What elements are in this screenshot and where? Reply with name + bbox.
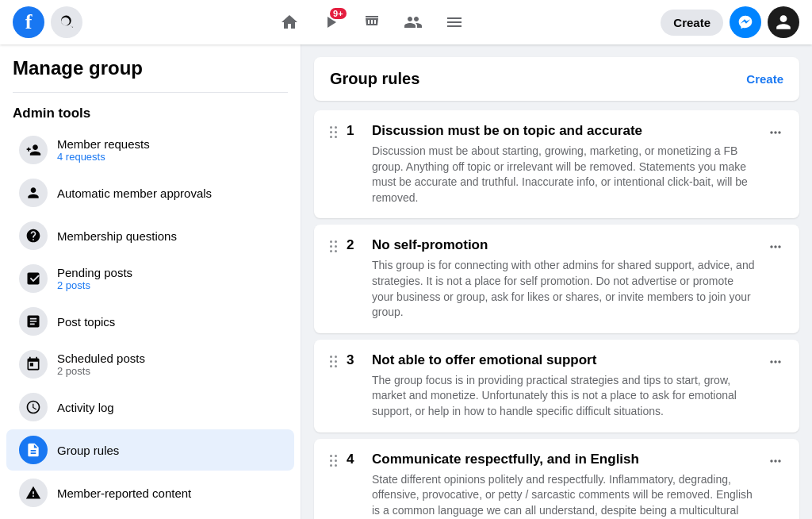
nav-center: 9+ [82,3,661,41]
post-topics-icon-container [19,307,48,336]
drag-handle-4[interactable] [330,452,337,467]
rule-more-button-1[interactable] [768,123,783,144]
home-icon [280,13,299,32]
scheduled-posts-icon-container [19,350,48,379]
group-rules-icon-container [19,436,48,464]
activity-log-label: Activity log [57,401,114,414]
sidebar: Manage group Admin tools Member requests… [0,44,301,519]
pending-icon [25,271,41,286]
sidebar-item-membership-questions[interactable]: Membership questions [6,215,294,256]
post-topics-text: Post topics [57,315,115,329]
sidebar-item-group-rules[interactable]: Group rules [6,429,294,471]
more-dots-icon-4 [768,453,783,469]
rule-item-3: 3 Not able to offer emotional support Th… [314,340,799,432]
scheduled-posts-label: Scheduled posts [57,352,145,365]
rule-desc-2: This group is for connecting with other … [372,258,758,320]
rule-number-4: 4 [347,452,362,467]
rule-more-button-4[interactable] [768,452,783,472]
more-dots-icon-1 [768,125,783,140]
sidebar-item-member-requests[interactable]: Member requests 4 requests [6,129,294,171]
sidebar-item-member-reported[interactable]: Member-reported content [6,472,294,513]
groups-icon [404,13,423,32]
rule-title-1: Discussion must be on topic and accurate [372,123,758,139]
more-dots-icon-3 [768,354,783,370]
sidebar-item-scheduled-posts[interactable]: Scheduled posts 2 posts [6,344,294,385]
user-avatar[interactable] [768,6,799,38]
sidebar-item-automatic-approvals[interactable]: Automatic member approvals [6,172,294,213]
store-icon [362,13,381,32]
menu-nav-button[interactable] [435,3,473,41]
top-navigation: f 9+ Create [0,0,812,44]
rule-item-4: 4 Communicate respectfully, and in Engli… [314,439,799,519]
member-reported-label: Member-reported content [57,486,191,500]
rule-number-1: 1 [347,123,362,139]
post-topics-label: Post topics [57,315,115,329]
menu-icon [445,13,464,32]
membership-questions-label: Membership questions [57,229,177,243]
member-requests-icon-container [19,136,48,164]
drag-handle-2[interactable] [330,237,337,252]
member-reported-text: Member-reported content [57,486,191,500]
sidebar-item-activity-log[interactable]: Activity log [6,386,294,428]
rule-more-button-3[interactable] [768,352,783,373]
messenger-button[interactable] [730,6,761,38]
rule-number-2: 2 [347,237,362,253]
topics-icon [25,313,41,329]
rule-desc-4: State different opinions politely and re… [372,472,758,519]
automatic-approvals-icon-container [19,179,48,207]
groups-nav-button[interactable] [394,3,432,41]
more-dots-icon-2 [768,239,783,255]
group-rules-label: Group rules [57,444,119,457]
question-icon [25,228,41,244]
rule-number-3: 3 [347,352,362,368]
pending-posts-icon-container [19,264,48,293]
drag-handle-3[interactable] [330,352,337,367]
group-rules-text: Group rules [57,444,119,457]
sidebar-item-post-topics[interactable]: Post topics [6,301,294,342]
rule-content-1: Discussion must be on topic and accurate… [372,123,758,206]
activity-log-icon-container [19,393,48,421]
home-nav-button[interactable] [270,3,308,41]
rules-icon [25,442,41,458]
drag-handle-1[interactable] [330,123,337,138]
rules-create-button[interactable]: Create [746,72,783,86]
rule-title-2: No self-promotion [372,237,758,253]
messenger-icon [737,14,753,30]
nav-right: Create [661,6,799,38]
sidebar-title: Manage group [0,57,301,86]
calendar-icon [25,356,41,372]
membership-questions-text: Membership questions [57,229,177,243]
person-check-icon [25,185,41,201]
rule-item-2: 2 No self-promotion This group is for co… [314,225,799,333]
rule-content-2: No self-promotion This group is for conn… [372,237,758,320]
warning-icon [25,485,41,501]
rule-desc-1: Discussion must be about starting, growi… [372,144,758,206]
user-icon [775,13,792,31]
member-requests-text: Member requests 4 requests [57,137,150,163]
video-nav-button[interactable]: 9+ [312,3,350,41]
automatic-approvals-text: Automatic member approvals [57,186,212,200]
admin-tools-section-title: Admin tools [0,99,301,128]
nav-left: f [13,6,82,38]
sidebar-item-pending-posts[interactable]: Pending posts 2 posts [6,258,294,299]
scheduled-posts-sub: 2 posts [57,365,145,377]
main-layout: Manage group Admin tools Member requests… [0,44,812,519]
pending-posts-label: Pending posts [57,266,132,279]
rule-more-button-2[interactable] [768,237,783,258]
search-icon [59,15,74,29]
notification-badge: 9+ [328,6,348,21]
rule-content-4: Communicate respectfully, and in English… [372,452,758,519]
clock-icon [25,399,41,415]
rule-title-3: Not able to offer emotional support [372,352,758,368]
scheduled-posts-text: Scheduled posts 2 posts [57,352,145,377]
create-button[interactable]: Create [661,10,723,36]
member-reported-icon-container [19,479,48,507]
pending-posts-sub: 2 posts [57,279,132,291]
fb-logo-letter: f [25,12,33,33]
rule-title-4: Communicate respectfully, and in English [372,452,758,467]
pending-posts-text: Pending posts 2 posts [57,266,132,291]
search-button[interactable] [51,6,82,38]
facebook-logo[interactable]: f [13,6,44,38]
member-requests-sub: 4 requests [57,151,150,163]
marketplace-nav-button[interactable] [353,3,391,41]
